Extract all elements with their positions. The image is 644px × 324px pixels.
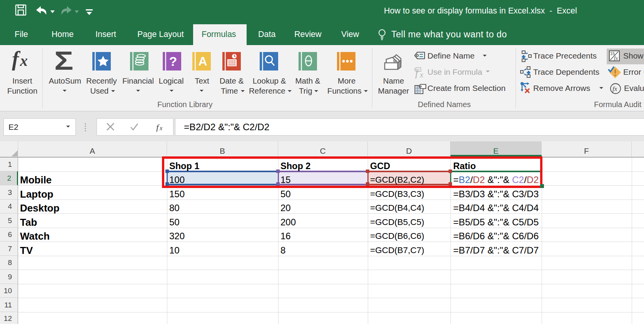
svg-text:f: f <box>156 123 160 132</box>
svg-text:x: x <box>159 125 162 131</box>
svg-text:?: ? <box>169 54 177 69</box>
svg-text:fx: fx <box>614 55 618 61</box>
svg-text:x: x <box>419 70 424 79</box>
svg-text:fx: fx <box>612 85 617 92</box>
svg-text:A: A <box>198 54 207 68</box>
svg-text:f: f <box>415 67 419 79</box>
